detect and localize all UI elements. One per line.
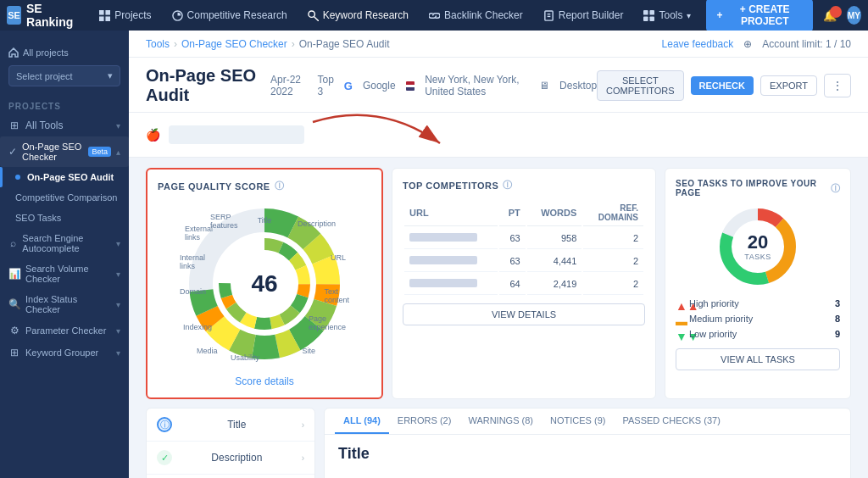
- tab-notices-label: NOTICES (9): [550, 415, 605, 425]
- sidebar-item-index-status[interactable]: 🔍 Index Status Checker ▾: [0, 289, 129, 320]
- notification-badge: [830, 6, 842, 18]
- all-projects-link[interactable]: All projects: [8, 44, 120, 61]
- chart-icon: [172, 10, 183, 21]
- top-nav: SE SE Ranking Projects Competitive Resea…: [0, 0, 868, 31]
- nav-projects[interactable]: Projects: [91, 6, 159, 25]
- more-options-button[interactable]: ⋮: [824, 74, 851, 97]
- tab-warnings[interactable]: WARNINGS (8): [459, 409, 542, 434]
- pqs-score: 46: [251, 270, 277, 297]
- donut-center: 46: [251, 270, 277, 297]
- view-details-button[interactable]: VIEW DETAILS: [403, 303, 645, 325]
- svg-rect-12: [643, 16, 648, 21]
- table-row: 63 4,441 2: [404, 251, 643, 272]
- high-priority-item: ▲▲ High priority 3: [676, 296, 840, 311]
- comp-url-2: [404, 251, 498, 272]
- nav-competitive-research[interactable]: Competitive Research: [164, 6, 296, 25]
- url-display: [169, 125, 304, 144]
- breadcrumb-sep1: ›: [174, 38, 177, 50]
- check-title[interactable]: ⓘ Title ›: [147, 409, 314, 442]
- view-all-tasks-button[interactable]: VIEW ALL TASKS: [676, 348, 840, 370]
- results-tabs: ALL (94) ERRORS (2) WARNINGS (8) NOTICES…: [325, 409, 850, 435]
- chevron-icon: ▾: [116, 239, 120, 248]
- breadcrumb-onpage[interactable]: On-Page SEO Checker: [181, 38, 287, 50]
- sidebar-item-seo-tasks[interactable]: SEO Tasks: [0, 208, 129, 228]
- tab-all-label: ALL (94): [343, 415, 381, 425]
- sidebar-item-parameter-checker[interactable]: ⚙ Parameter Checker ▾: [0, 320, 129, 342]
- recheck-button[interactable]: RECHECK: [691, 76, 754, 95]
- sidebar-item-onpage-audit[interactable]: On-Page SEO Audit: [0, 167, 129, 187]
- apple-icon: 🍎: [146, 128, 160, 142]
- beta-badge: Beta: [88, 147, 111, 157]
- svg-rect-0: [99, 10, 104, 15]
- label-title: Title: [258, 216, 272, 225]
- low-priority-item: ▼▼ Low priority 9: [676, 326, 840, 342]
- index-icon: 🔍: [8, 298, 20, 310]
- nav-projects-label: Projects: [114, 9, 151, 21]
- export-button[interactable]: EXPORT: [760, 75, 817, 96]
- label-internal-links: Internallinks: [180, 253, 205, 270]
- content-area: PAGE QUALITY SCORE ⓘ: [129, 158, 868, 478]
- ok-status-icon: ✓: [157, 450, 172, 465]
- svg-point-5: [309, 10, 314, 16]
- tab-errors[interactable]: ERRORS (2): [389, 409, 460, 434]
- project-selector[interactable]: Select project ▾: [8, 65, 120, 86]
- leave-feedback-link[interactable]: Leave feedback: [662, 38, 734, 50]
- table-row: 64 2,419 2: [404, 274, 643, 295]
- nav-backlink-checker[interactable]: Backlink Checker: [420, 6, 531, 25]
- score-details-link[interactable]: Score details: [158, 375, 371, 387]
- select-competitors-button[interactable]: SELECT COMPETITORS: [597, 70, 683, 101]
- low-priority-label: Low priority: [689, 329, 830, 339]
- chevron-right-icon: ›: [302, 453, 304, 463]
- notifications-bell[interactable]: 🔔: [816, 6, 843, 25]
- nav-tools[interactable]: Tools ▾: [635, 6, 699, 25]
- competitors-card: TOP COMPETITORS ⓘ URL PT WORDS REF.DOMAI…: [392, 168, 656, 399]
- high-priority-count: 3: [835, 298, 840, 308]
- logo-text: SE Ranking: [26, 2, 77, 29]
- nav-competitive-label: Competitive Research: [187, 9, 287, 21]
- check-description[interactable]: ✓ Description ›: [147, 442, 314, 475]
- svg-rect-11: [650, 10, 655, 15]
- low-priority-count: 9: [835, 329, 840, 339]
- audit-top: Top 3: [317, 74, 333, 97]
- comp-ref-2: 2: [583, 251, 643, 272]
- user-avatar[interactable]: MY: [847, 6, 861, 25]
- sidebar-item-competitive-comparison[interactable]: Competitive Comparison: [0, 187, 129, 208]
- check-url[interactable]: ⓘ URL ›: [147, 475, 314, 478]
- label-media: Media: [197, 347, 218, 355]
- grid-icon: ⊞: [8, 119, 20, 131]
- competitors-card-title: TOP COMPETITORS ⓘ: [403, 179, 645, 192]
- tab-notices[interactable]: NOTICES (9): [542, 409, 614, 434]
- sidebar-item-search-volume[interactable]: 📊 Search Volume Checker ▾: [0, 258, 129, 289]
- info-icon[interactable]: ⓘ: [503, 179, 513, 192]
- label-url: URL: [331, 253, 346, 262]
- chevron-icon: ▾: [116, 348, 120, 358]
- chevron-icon: ▾: [116, 270, 120, 279]
- sidebar-item-onpage-seo[interactable]: ✓ On-Page SEO Checker Beta ▴: [0, 136, 129, 167]
- info-icon[interactable]: ⓘ: [831, 182, 841, 195]
- cards-row: PAGE QUALITY SCORE ⓘ: [146, 168, 851, 399]
- chevron-right-icon: ›: [302, 420, 304, 430]
- label-text-content: Textcontent: [324, 287, 349, 304]
- logo-icon: SE: [7, 6, 21, 25]
- nav-keyword-research[interactable]: Keyword Research: [299, 6, 417, 25]
- nav-report-builder[interactable]: Report Builder: [535, 6, 632, 25]
- col-url: URL: [404, 200, 498, 226]
- breadcrumb-tools[interactable]: Tools: [146, 38, 170, 50]
- svg-rect-2: [99, 16, 104, 21]
- create-project-button[interactable]: + + CREATE PROJECT: [706, 0, 812, 31]
- result-row: ✅ The <head> section contains one <title…: [338, 471, 837, 478]
- chevron-down-icon: ▾: [108, 70, 113, 81]
- sidebar-section-label: PROJECTS: [0, 93, 129, 114]
- sidebar-item-search-engine-autocomplete[interactable]: ⌕ Search Engine Autocomplete ▾: [0, 228, 129, 258]
- breadcrumb-sep2: ›: [292, 38, 295, 50]
- sidebar-item-keyword-grouper[interactable]: ⊞ Keyword Grouper ▾: [0, 342, 129, 364]
- breadcrumb-current: On-Page SEO Audit: [299, 38, 390, 50]
- app-logo[interactable]: SE SE Ranking: [7, 2, 77, 29]
- sidebar-item-all-tools[interactable]: ⊞ All Tools ▾: [0, 114, 129, 136]
- tab-passed[interactable]: PASSED CHECKS (37): [614, 409, 728, 434]
- info-icon[interactable]: ⓘ: [275, 180, 285, 192]
- col-ref-domains: REF.DOMAINS: [583, 200, 643, 226]
- label-usability: Usability: [231, 353, 259, 362]
- col-words: WORDS: [527, 200, 582, 226]
- tab-all[interactable]: ALL (94): [335, 409, 389, 434]
